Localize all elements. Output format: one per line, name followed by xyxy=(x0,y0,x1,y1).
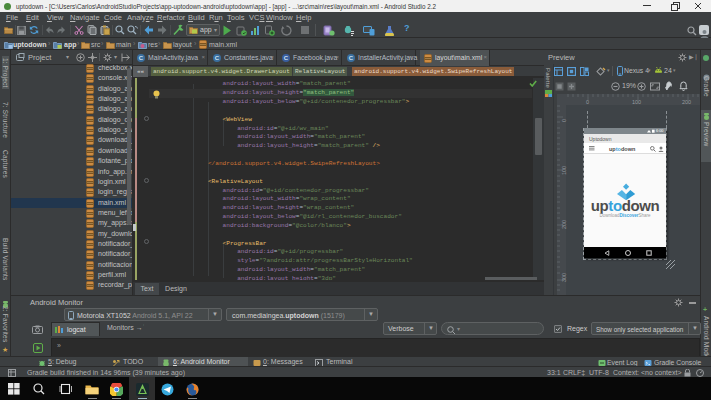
svg-text:200: 200 xyxy=(682,99,691,105)
svg-text:300: 300 xyxy=(561,273,567,282)
svg-text:100: 100 xyxy=(632,99,641,105)
svg-text:200: 200 xyxy=(561,220,567,229)
svg-text:100: 100 xyxy=(561,166,567,175)
svg-text:0: 0 xyxy=(561,119,567,122)
svg-text:0: 0 xyxy=(586,99,589,105)
